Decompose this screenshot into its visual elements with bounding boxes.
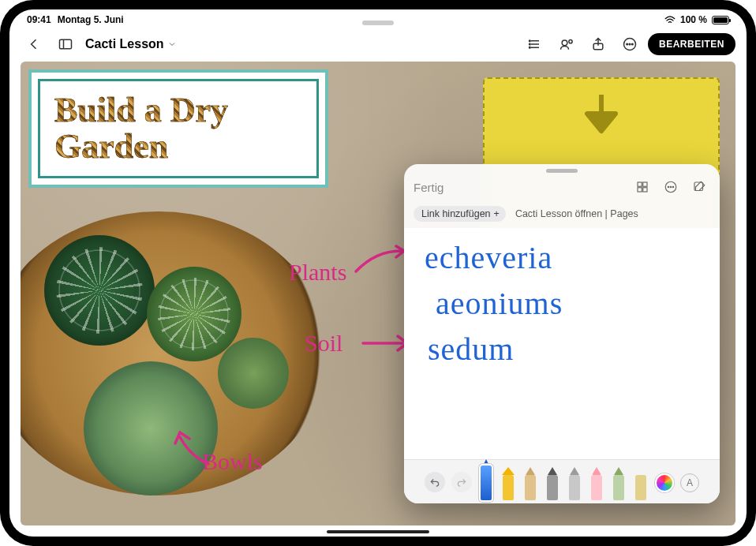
photo-cactus: [147, 267, 241, 361]
svg-point-17: [670, 186, 672, 188]
status-time: 09:41: [27, 14, 51, 25]
undo-button[interactable]: [425, 472, 445, 492]
svg-rect-13: [638, 188, 642, 192]
svg-point-3: [529, 47, 530, 48]
svg-point-4: [562, 40, 567, 46]
svg-point-18: [672, 186, 674, 188]
arrow-down-icon: [578, 90, 625, 137]
annotation-arrow: [170, 424, 218, 472]
tool-eraser[interactable]: [589, 467, 604, 500]
handwriting-line: echeveria: [425, 239, 552, 276]
svg-rect-12: [643, 182, 647, 186]
handwriting-line: aeoniums: [436, 285, 563, 322]
outline-button[interactable]: [522, 31, 548, 58]
tool-liner[interactable]: [545, 467, 560, 500]
svg-point-8: [627, 43, 628, 45]
plus-icon: +: [494, 208, 500, 219]
wifi-icon: [664, 16, 676, 24]
quick-note-popover[interactable]: Fertig Link hinzufügen +: [404, 164, 720, 503]
tool-pen[interactable]: [478, 459, 494, 500]
svg-point-2: [529, 43, 530, 45]
tool-ruler[interactable]: [633, 467, 649, 500]
tool-crayon[interactable]: [567, 467, 582, 500]
pen-toolbar: A: [404, 459, 720, 503]
svg-rect-14: [643, 188, 647, 192]
tool-pencil[interactable]: [522, 467, 538, 500]
document-canvas[interactable]: Build a Dry Garden Plants Soil: [21, 62, 735, 525]
title-card: Build a Dry Garden: [28, 69, 328, 188]
add-link-chip[interactable]: Link hinzufügen +: [414, 206, 506, 222]
handwriting-line: sedum: [428, 331, 514, 368]
battery-percent: 100 %: [680, 14, 707, 25]
open-source-link[interactable]: Cacti Lesson öffnen | Pages: [515, 208, 638, 219]
svg-point-1: [529, 40, 530, 42]
photo-cactus: [44, 235, 155, 346]
note-more-button[interactable]: [660, 176, 682, 198]
svg-point-9: [629, 43, 631, 45]
tool-lasso[interactable]: [611, 467, 627, 500]
edit-button[interactable]: BEARBEITEN: [648, 33, 735, 55]
color-picker[interactable]: [655, 473, 674, 492]
multitask-pill[interactable]: [362, 21, 394, 25]
share-button[interactable]: [585, 31, 612, 58]
compose-button[interactable]: [688, 176, 710, 198]
annotation-plants: Plants: [289, 259, 346, 286]
svg-rect-0: [60, 39, 72, 49]
tool-marker[interactable]: [500, 467, 516, 500]
home-indicator[interactable]: [327, 530, 429, 533]
title-line-1: Build a Dry: [54, 91, 228, 129]
title-line-2: Garden: [54, 127, 168, 166]
more-button[interactable]: [616, 31, 643, 58]
back-button[interactable]: [21, 31, 47, 58]
annotation-soil: Soil: [305, 330, 342, 357]
svg-point-10: [631, 43, 633, 45]
add-link-label: Link hinzufügen: [421, 208, 491, 219]
sidebar-toggle-button[interactable]: [52, 31, 79, 58]
gallery-button[interactable]: [631, 176, 653, 198]
text-tool[interactable]: A: [680, 473, 699, 492]
redo-button[interactable]: [451, 472, 472, 492]
note-canvas[interactable]: echeveria aeoniums sedum: [404, 228, 720, 459]
svg-rect-11: [638, 182, 642, 186]
status-date: Montag 5. Juni: [58, 14, 124, 25]
svg-point-5: [569, 40, 572, 43]
battery-icon: [712, 16, 729, 24]
status-bar: 09:41 Montag 5. Juni 100 %: [9, 9, 747, 27]
document-title-text: Cacti Lesson: [85, 37, 164, 51]
svg-point-16: [668, 186, 669, 188]
photo-succulent: [218, 338, 289, 409]
done-button[interactable]: Fertig: [414, 181, 443, 194]
app-toolbar: Cacti Lesson BEARBEITEN: [9, 28, 747, 60]
chevron-down-icon: [167, 39, 177, 49]
document-title[interactable]: Cacti Lesson: [85, 37, 177, 51]
collaborate-button[interactable]: [553, 31, 580, 58]
